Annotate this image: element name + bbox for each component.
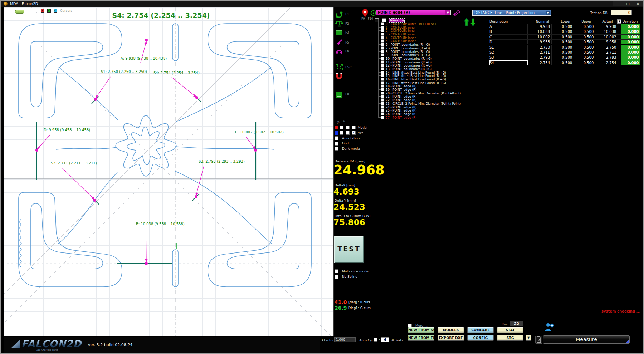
tree-item-checkbox[interactable] — [381, 26, 384, 29]
cursor-slider[interactable] — [15, 10, 24, 14]
tree-item-checkbox[interactable] — [381, 53, 384, 56]
tree-item[interactable]: 22 - POINT: edge (R) — [377, 98, 492, 102]
tree-item[interactable]: 18 - POINT: edge (R) — [377, 84, 492, 88]
user-add-icon[interactable] — [545, 322, 555, 332]
tree-item[interactable]: 10 - POINT: boundaries (R +G) — [377, 57, 492, 60]
tree-item-checkbox[interactable] — [381, 74, 384, 77]
test-on-db-input[interactable] — [611, 10, 632, 15]
table-row[interactable]: S4 2.754 0.500 0.500 2.754 0.000 — [489, 60, 640, 65]
blue-cursor-checkbox[interactable] — [54, 9, 57, 13]
tree-item[interactable]: 6 - POINT: boundaries (R +G) — [377, 43, 492, 46]
action-button[interactable]: STAT — [497, 327, 523, 333]
cell-description[interactable]: S4 — [489, 60, 528, 65]
tree-root-checkbox[interactable] — [382, 18, 386, 22]
sidebar-item-refresh[interactable]: F1 — [335, 11, 357, 19]
table-row[interactable]: C 10.002 0.500 0.500 10.002 0.000 — [489, 35, 640, 40]
mode-toggle[interactable]: No Spline — [335, 273, 357, 280]
action-button[interactable]: STG — [497, 335, 523, 341]
col-description[interactable]: Description — [489, 20, 527, 23]
tree-item-checkbox[interactable] — [381, 116, 384, 119]
sidebar-item-headset[interactable]: F6 — [335, 48, 357, 56]
sidebar-item-book[interactable]: F3 — [335, 29, 357, 38]
cell-description[interactable]: D — [489, 40, 528, 44]
tree-item-checkbox[interactable] — [381, 71, 384, 74]
sidebar-item-broom[interactable]: F5 — [335, 39, 357, 48]
action-button[interactable]: NEW FROM FILE — [408, 335, 434, 341]
col-nominal[interactable]: Nominal — [528, 20, 551, 23]
col-upper[interactable]: Upper — [573, 20, 593, 23]
tree-item[interactable]: 13 - POINT: boundaries (R +G) — [377, 67, 492, 71]
tree-item-checkbox[interactable] — [381, 98, 384, 102]
tree-item-checkbox[interactable] — [381, 57, 384, 60]
col-actual[interactable]: Actual — [594, 20, 614, 23]
act-color-swatch[interactable] — [335, 131, 338, 135]
action-button[interactable]: NEW FROM SCAN — [408, 327, 434, 333]
pin-icon[interactable] — [362, 9, 368, 17]
toggle-checkbox[interactable] — [335, 147, 338, 151]
tree-item-checkbox[interactable] — [381, 43, 384, 46]
tree-item[interactable]: 17 - LINE: fitted Best Line Found (R +G) — [377, 81, 492, 85]
tree-item[interactable]: 3 - CONTOUR: inner — [377, 33, 492, 36]
distance-type-dropdown[interactable]: DISTANCE: Line - Point: Projection ▼ — [472, 10, 551, 16]
tree-item[interactable]: 5 - CONTOUR: inner — [377, 39, 492, 43]
tree-item[interactable]: 19 - POINT: edge (R) — [377, 88, 492, 92]
tree-item-checkbox[interactable] — [381, 50, 384, 53]
point-type-dropdown[interactable]: POINT: edge (R) ▼ — [376, 10, 451, 15]
table-row[interactable]: B 10.038 0.500 0.500 10.038 0.000 — [489, 29, 640, 34]
resize-grip-icon[interactable] — [626, 340, 629, 343]
tree-item-checkbox[interactable] — [381, 64, 384, 67]
tree-item[interactable]: 11 - POINT: boundaries (R +G) — [377, 60, 492, 64]
tree-item-checkbox[interactable] — [381, 33, 384, 36]
cell-description[interactable]: S2 — [489, 50, 528, 55]
tree-item[interactable]: 20 - CIRCLE: 2 Points Min. Diameter (Poi… — [377, 92, 492, 95]
tree-item-checkbox[interactable] — [381, 22, 384, 25]
table-row[interactable]: S3 2.793 0.500 0.500 2.793 0.000 — [489, 55, 640, 60]
table-row[interactable]: S1 2.750 0.500 0.500 2.750 0.000 — [489, 45, 640, 50]
tree-item-checkbox[interactable] — [381, 46, 384, 50]
tree-item-checkbox[interactable] — [381, 81, 384, 84]
sidebar-item-magnet[interactable] — [335, 72, 357, 81]
tree-item-checkbox[interactable] — [381, 102, 384, 105]
tree-item[interactable]: 2 - CONTOUR: inner — [377, 29, 492, 33]
tree-item-checkbox[interactable] — [381, 29, 384, 32]
tree-item[interactable]: 7 - POINT: boundaries (R +G) — [377, 46, 492, 50]
cell-description[interactable]: S3 — [489, 55, 528, 60]
tree-item[interactable]: 25 - POINT: edge (R) — [377, 109, 492, 112]
action-button[interactable]: CONFIG — [467, 335, 494, 341]
cell-description[interactable]: A — [489, 24, 528, 29]
filter-icon[interactable]: ▼ — [617, 19, 621, 24]
table-row[interactable]: A 9.938 0.500 0.500 9.938 0.000 — [489, 24, 640, 29]
tree-item[interactable]: 14 - LINE: fitted Best Line Found (R +G) — [377, 71, 492, 74]
action-button[interactable]: COMPARE — [467, 327, 494, 333]
col-lower[interactable]: Lower — [552, 20, 572, 23]
sidebar-item-scales[interactable]: F2 — [335, 20, 357, 29]
tree-item-checkbox[interactable] — [381, 67, 384, 70]
green-cursor-checkbox[interactable] — [47, 9, 51, 13]
table-row[interactable]: D 9.958 0.500 0.500 9.958 0.000 — [489, 40, 640, 45]
tree-item-checkbox[interactable] — [381, 92, 384, 95]
tree-item-checkbox[interactable] — [381, 84, 384, 88]
tree-item[interactable]: 24 - POINT: edge (R) — [377, 105, 492, 109]
tree-item-checkbox[interactable] — [381, 112, 384, 115]
tree-item-checkbox[interactable] — [381, 109, 384, 112]
tree-item-checkbox[interactable] — [381, 39, 384, 43]
tree-item[interactable]: 23 - CIRCLE: 2 Points Min. Diameter (Poi… — [377, 102, 492, 105]
table-row[interactable]: S2 2.711 0.500 0.500 2.711 0.000 — [489, 50, 640, 55]
tree-item[interactable]: 27 - POINT: edge (R) — [377, 116, 492, 119]
action-button[interactable]: MODELS — [438, 327, 464, 333]
sort-arrows-icon[interactable] — [464, 18, 476, 26]
more-actions-arrow[interactable]: ▼ — [526, 335, 531, 341]
sidebar-item-report[interactable]: F8 — [335, 91, 357, 99]
tree-item[interactable]: 4 - CONTOUR: inner — [377, 36, 492, 40]
close-button[interactable]: × — [633, 1, 643, 6]
cell-description[interactable]: B — [489, 29, 528, 34]
toggle-checkbox[interactable] — [335, 275, 338, 279]
tree-item-checkbox[interactable] — [381, 78, 384, 81]
cell-description[interactable]: C — [489, 35, 528, 39]
cell-description[interactable]: S1 — [489, 45, 528, 50]
tree-item[interactable]: 16 - LINE: fitted Best Line Found (R +G) — [377, 78, 492, 81]
tree-item-checkbox[interactable] — [381, 95, 384, 98]
auto-cycle-checkbox[interactable] — [374, 338, 377, 342]
tree-item[interactable]: 12 - POINT: boundaries (R +G) — [377, 64, 492, 67]
tree-item[interactable]: 21 - POINT: edge (R) — [377, 95, 492, 98]
